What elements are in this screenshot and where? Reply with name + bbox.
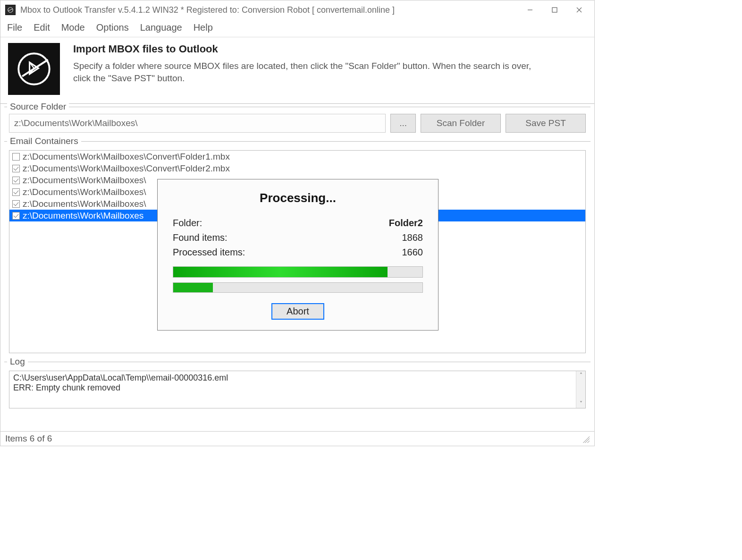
log-scrollbar[interactable]: ˄ ˅ (576, 371, 585, 408)
source-folder-input[interactable]: z:\Documents\Work\Mailboxes\ (9, 114, 386, 133)
checkbox[interactable] (12, 153, 20, 161)
window-title: Mbox to Outlook Transfer v.5.4.1.2 WIN32… (20, 5, 518, 15)
dialog-folder-label: Folder: (173, 218, 202, 229)
header-description: Import MBOX files to Outlook Specify a f… (73, 43, 545, 84)
header-title: Import MBOX files to Outlook (73, 43, 545, 55)
list-item[interactable]: z:\Documents\Work\Mailboxes\Convert\Fold… (9, 151, 585, 162)
minimize-button[interactable] (518, 1, 542, 18)
window-controls (518, 1, 591, 18)
log-line: C:\Users\user\AppData\Local\Temp\\email-… (13, 373, 582, 383)
source-folder-legend: Source Folder (7, 102, 69, 112)
log-legend: Log (7, 356, 28, 367)
list-item-label: z:\Documents\Work\Mailboxes\ (23, 199, 146, 209)
dialog-found-label: Found items: (173, 232, 228, 243)
progress-bar-1 (173, 266, 423, 278)
list-item-label: z:\Documents\Work\Mailboxes\Convert\Fold… (23, 163, 230, 174)
source-folder-section: Source Folder z:\Documents\Work\Mailboxe… (4, 107, 590, 137)
resize-grip-icon[interactable] (581, 434, 590, 443)
checkbox[interactable] (12, 212, 20, 220)
maximize-button[interactable] (542, 1, 567, 18)
header-panel: Import MBOX files to Outlook Specify a f… (0, 37, 594, 104)
checkbox[interactable] (12, 165, 20, 172)
menu-file[interactable]: File (7, 22, 22, 33)
menubar: File Edit Mode Options Language Help (0, 19, 594, 37)
dialog-folder-value: Folder2 (389, 218, 423, 229)
menu-options[interactable]: Options (96, 22, 129, 33)
list-item-label: z:\Documents\Work\Mailboxes\ (23, 187, 146, 197)
menu-edit[interactable]: Edit (34, 22, 50, 33)
list-item-label: z:\Documents\Work\Mailboxes\Convert\Fold… (23, 152, 230, 162)
app-icon (5, 5, 16, 15)
app-window: Mbox to Outlook Transfer v.5.4.1.2 WIN32… (0, 0, 595, 446)
browse-button[interactable]: ... (390, 114, 416, 133)
menu-language[interactable]: Language (140, 22, 182, 33)
dialog-processed-label: Processed items: (173, 247, 245, 258)
menu-help[interactable]: Help (194, 22, 213, 33)
save-pst-button[interactable]: Save PST (506, 114, 586, 133)
scroll-down-icon[interactable]: ˅ (580, 400, 582, 407)
log-section: Log C:\Users\user\AppData\Local\Temp\\em… (4, 362, 590, 413)
close-button[interactable] (567, 1, 591, 18)
titlebar: Mbox to Outlook Transfer v.5.4.1.2 WIN32… (0, 0, 594, 19)
abort-button[interactable]: Abort (271, 303, 324, 320)
log-line: ERR: Empty chunk removed (13, 383, 582, 393)
processing-dialog: Processing... Folder: Folder2 Found item… (157, 179, 438, 331)
status-text: Items 6 of 6 (5, 433, 52, 444)
email-containers-legend: Email Containers (7, 136, 81, 146)
list-item[interactable]: z:\Documents\Work\Mailboxes\Convert\Fold… (9, 162, 585, 174)
scroll-up-icon[interactable]: ˄ (580, 372, 582, 379)
app-logo-icon (8, 43, 60, 95)
header-text: Specify a folder where source MBOX files… (73, 60, 545, 84)
list-item-label: z:\Documents\Work\Mailboxes\ (23, 175, 146, 186)
menu-mode[interactable]: Mode (61, 22, 85, 33)
list-item-label: z:\Documents\Work\Mailboxes (23, 211, 143, 221)
checkbox[interactable] (12, 177, 20, 184)
statusbar: Items 6 of 6 (0, 431, 594, 446)
svg-rect-2 (552, 8, 557, 12)
dialog-found-value: 1868 (402, 232, 423, 243)
dialog-processed-value: 1660 (402, 247, 423, 258)
checkbox[interactable] (12, 200, 20, 208)
dialog-title: Processing... (173, 191, 423, 205)
scan-folder-button[interactable]: Scan Folder (421, 114, 501, 133)
checkbox[interactable] (12, 188, 20, 196)
progress-bar-2 (173, 282, 423, 293)
log-box[interactable]: C:\Users\user\AppData\Local\Temp\\email-… (9, 371, 586, 408)
